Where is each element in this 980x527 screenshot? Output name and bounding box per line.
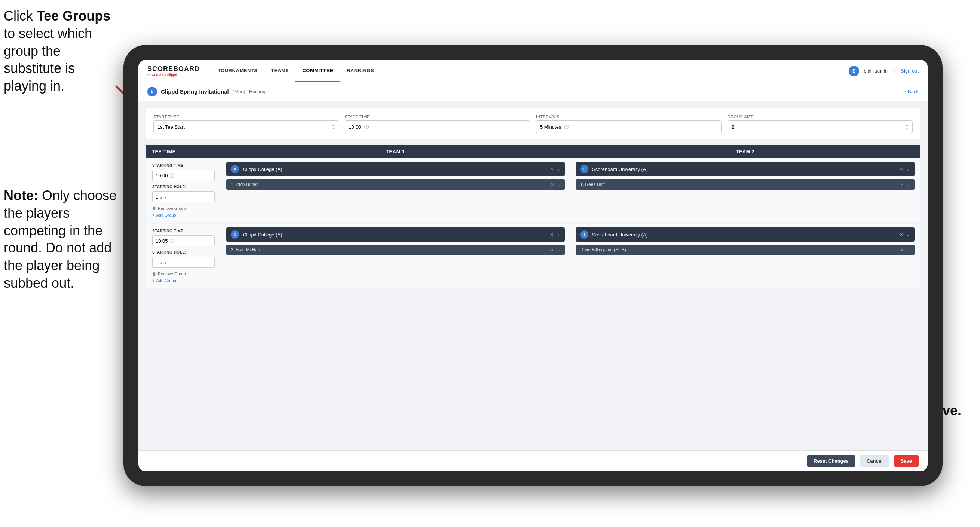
team1-card-group2[interactable]: C Clippd College (A) ✕ ⌄ <box>226 228 565 242</box>
team2-avatar-group2: S <box>580 231 589 239</box>
main-content: Start Type 1st Tee Start ▲ ▼ Start Time … <box>138 101 928 450</box>
player2-name-group1: 1. Rees Britt <box>580 182 897 187</box>
navbar: SCOREBOARD Powered by clippd TOURNAMENTS… <box>138 60 928 82</box>
player1-name-group2: 2. Blair McHarg <box>231 247 547 253</box>
team2-actions-group1: ✕ ⌄ <box>900 166 910 172</box>
hole-stepper-1[interactable]: ▲ ▼ <box>160 194 167 200</box>
team1-cell-group1: C Clippd College (A) ✕ ⌄ 1. Rich Butler … <box>221 158 570 223</box>
tee-table-header: Tee Time Team 1 Team 2 <box>146 145 920 158</box>
team1-close-icon-2[interactable]: ✕ <box>550 232 554 237</box>
team2-name-group2: Scoreboard University (A) <box>592 232 896 237</box>
team2-expand-icon-2[interactable]: ⌄ <box>906 232 910 237</box>
team1-expand-icon-2[interactable]: ⌄ <box>557 232 560 237</box>
group-1-controls: STARTING TIME: 10:00 🕐 STARTING HOLE: 1 … <box>146 158 221 223</box>
player1-actions-group2: ✕ ⌄ <box>550 248 560 253</box>
trash-icon-1: 🗑 <box>152 206 156 210</box>
group-row-2: STARTING TIME: 10:05 🕐 STARTING HOLE: 1 … <box>146 224 920 288</box>
starting-hole-label-1: STARTING HOLE: <box>152 185 215 189</box>
player2-actions-group2: ✕ ⌄ <box>900 248 910 253</box>
note-text: Note: Only choose the players competing … <box>4 187 123 292</box>
team2-avatar-group1: S <box>580 165 589 173</box>
group-row: STARTING TIME: 10:00 🕐 STARTING HOLE: 1 … <box>146 158 920 223</box>
player1-card-group2[interactable]: 2. Blair McHarg ✕ ⌄ <box>226 245 565 255</box>
player2-card-group1[interactable]: 1. Rees Britt ✕ ⌄ <box>576 179 915 189</box>
clock-icon: 🕐 <box>364 124 369 129</box>
remove-group-button-1[interactable]: 🗑 Remove Group <box>152 206 215 210</box>
player2-card-group2[interactable]: Dave Billingham (SUB) ✕ ⌄ <box>576 245 915 255</box>
team1-name-group2: Clippd College (A) <box>243 232 546 237</box>
team2-name-group1: Scoreboard University (A) <box>592 166 896 172</box>
player2-close-icon-2[interactable]: ✕ <box>900 248 904 253</box>
remove-group-button-2[interactable]: 🗑 Remove Group <box>152 272 215 276</box>
team1-card-group1[interactable]: C Clippd College (A) ✕ ⌄ <box>226 162 565 176</box>
hosting-badge: Hosting <box>249 89 266 94</box>
footer-bar: Reset Changes Cancel Save <box>138 450 928 471</box>
sub-header-left: B Clippd Spring Invitational (Men) Hosti… <box>147 87 905 97</box>
starting-hole-input-1[interactable]: 1 ▲ ▼ <box>152 191 215 202</box>
team2-cell-group2: S Scoreboard University (A) ✕ ⌄ Dave Bil… <box>570 224 920 288</box>
add-group-button-1[interactable]: + Add Group <box>152 213 215 217</box>
player1-expand-icon-2[interactable]: ⌄ <box>557 248 560 253</box>
starting-time-label-2: STARTING TIME: <box>152 229 215 233</box>
reset-changes-button[interactable]: Reset Changes <box>807 455 856 467</box>
starting-time-label-1: STARTING TIME: <box>152 164 215 167</box>
team1-expand-icon[interactable]: ⌄ <box>557 166 560 172</box>
start-time-input[interactable]: 10:00 🕐 <box>345 121 530 133</box>
nav-rankings[interactable]: RANKINGS <box>340 60 381 82</box>
start-type-stepper[interactable]: ▲ ▼ <box>332 124 335 130</box>
gender-label: (Men) <box>233 89 245 94</box>
starting-time-input-1[interactable]: 10:00 🕐 <box>152 170 215 181</box>
group-size-label: Group Size <box>727 115 913 119</box>
team2-card-group1[interactable]: S Scoreboard University (A) ✕ ⌄ <box>576 162 915 176</box>
player1-card-group1[interactable]: 1. Rich Butler ✕ ⌄ <box>226 179 565 189</box>
start-type-input[interactable]: 1st Tee Start ▲ ▼ <box>153 121 339 133</box>
player2-expand-icon[interactable]: ⌄ <box>907 182 910 187</box>
nav-teams[interactable]: TEAMS <box>264 60 296 82</box>
starting-time-input-2[interactable]: 10:05 🕐 <box>152 235 215 247</box>
plus-icon-1: + <box>152 213 154 217</box>
nav-tournaments[interactable]: TOURNAMENTS <box>211 60 264 82</box>
save-button[interactable]: Save <box>894 455 919 467</box>
add-group-button-2[interactable]: + Add Group <box>152 278 215 283</box>
groups-container: STARTING TIME: 10:00 🕐 STARTING HOLE: 1 … <box>146 158 920 288</box>
hole-stepper-2[interactable]: ▲ ▼ <box>160 260 167 265</box>
admin-name: blair admin <box>864 68 888 74</box>
team1-close-icon[interactable]: ✕ <box>550 166 554 172</box>
player2-expand-icon-2[interactable]: ⌄ <box>907 248 910 253</box>
start-type-group: Start Type 1st Tee Start ▲ ▼ <box>153 115 339 133</box>
player1-close-icon[interactable]: ✕ <box>550 182 554 187</box>
cancel-button[interactable]: Cancel <box>860 455 889 467</box>
sub-avatar: B <box>147 87 157 97</box>
trash-icon-2: 🗑 <box>152 272 156 276</box>
starting-hole-label-2: STARTING HOLE: <box>152 250 215 254</box>
start-time-group: Start Time 10:00 🕐 <box>345 115 530 133</box>
player2-close-icon[interactable]: ✕ <box>900 182 904 187</box>
player1-close-icon-2[interactable]: ✕ <box>550 248 554 253</box>
col-team2: Team 2 <box>570 145 920 158</box>
player1-actions-group1: ✕ ⌄ <box>550 182 560 187</box>
team2-expand-icon[interactable]: ⌄ <box>906 166 910 172</box>
group-size-input[interactable]: 2 ▲ ▼ <box>727 121 913 133</box>
nav-committee[interactable]: COMMITTEE <box>296 60 340 82</box>
instruction-text: Click Tee Groups to select which group t… <box>4 8 116 95</box>
start-type-label: Start Type <box>153 115 339 119</box>
admin-avatar: B <box>849 66 859 76</box>
team2-close-icon[interactable]: ✕ <box>900 166 903 172</box>
sub-header: B Clippd Spring Invitational (Men) Hosti… <box>138 82 928 101</box>
col-tee-time: Tee Time <box>146 145 221 158</box>
col-team1: Team 1 <box>221 145 570 158</box>
group-size-stepper[interactable]: ▲ ▼ <box>905 124 908 130</box>
team2-card-group2[interactable]: S Scoreboard University (A) ✕ ⌄ <box>576 228 915 242</box>
player1-expand-icon[interactable]: ⌄ <box>557 182 560 187</box>
player2-name-group2: Dave Billingham (SUB) <box>580 247 897 253</box>
team2-close-icon-2[interactable]: ✕ <box>900 232 903 237</box>
back-button[interactable]: ‹ Back <box>905 89 919 94</box>
intervals-input[interactable]: 5 Minutes 🕐 <box>536 121 722 133</box>
team1-actions-group2: ✕ ⌄ <box>550 232 560 237</box>
starting-hole-input-2[interactable]: 1 ▲ ▼ <box>152 256 215 268</box>
nav-right: B blair admin | Sign out <box>849 66 919 76</box>
tablet-frame: SCOREBOARD Powered by clippd TOURNAMENTS… <box>123 45 943 486</box>
team1-avatar-group1: C <box>231 165 239 173</box>
time-clock-icon-1: 🕐 <box>169 173 175 178</box>
sign-out-link[interactable]: Sign out <box>901 68 919 74</box>
